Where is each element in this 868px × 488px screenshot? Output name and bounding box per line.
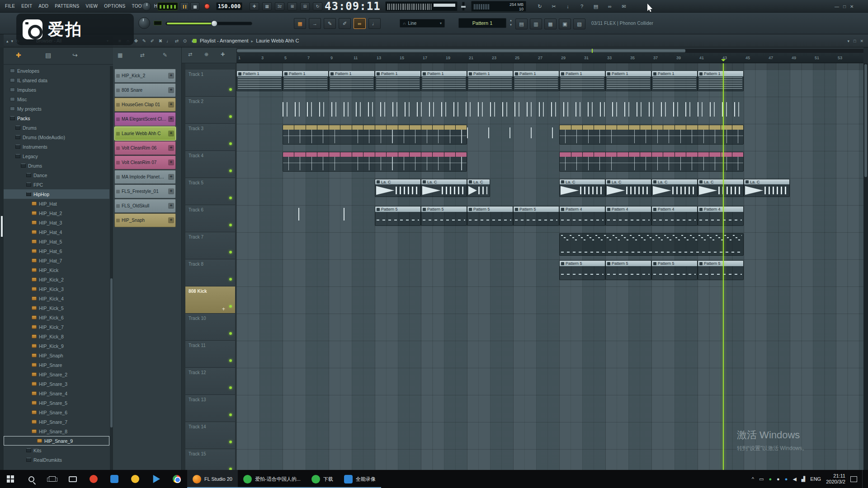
pinned-chrome-app-icon[interactable] bbox=[166, 470, 187, 488]
menu-item-add[interactable]: ADD bbox=[35, 0, 52, 13]
clip-pattern-5[interactable]: Pattern 5 bbox=[698, 260, 744, 280]
tree-item-hip-kick-8[interactable]: HIP_Kick_8 bbox=[4, 332, 109, 341]
metronome-icon[interactable]: ▦ bbox=[262, 2, 272, 10]
playlist-close-icon[interactable]: ✕ bbox=[860, 39, 863, 43]
mute-tool-icon[interactable]: ♩ bbox=[165, 38, 172, 45]
clip-pattern-1[interactable]: Pattern 1 bbox=[375, 70, 421, 91]
tree-item-hip-hat-6[interactable]: HIP_Hat_6 bbox=[4, 246, 109, 256]
playlist-grid[interactable]: Pattern 1Pattern 1Pattern 1Pattern 1Patt… bbox=[236, 63, 863, 470]
tree-item-hip-snare-5[interactable]: HIP_Snare_5 bbox=[4, 398, 109, 408]
tools-icon[interactable]: ✂ bbox=[549, 2, 558, 11]
taskbar-app-[interactable]: 爱拍-适合中国人的... bbox=[238, 470, 306, 488]
tree-item-hip-kick-3[interactable]: HIP_Kick_3 bbox=[4, 284, 109, 294]
track-activity-led[interactable] bbox=[229, 332, 232, 335]
playlist-view-icon[interactable]: ▤ bbox=[515, 19, 528, 29]
pattern-selector[interactable]: Pattern 1 bbox=[458, 18, 506, 28]
collections-icon[interactable]: ▤ bbox=[45, 52, 51, 59]
add-icon[interactable]: ✚ bbox=[16, 52, 21, 59]
clip-pattern-1[interactable]: Pattern 1 bbox=[467, 70, 513, 91]
swap-icon[interactable]: ⇄ bbox=[140, 52, 145, 58]
track-activity-led[interactable] bbox=[229, 224, 232, 226]
pattern-spinner[interactable]: ▴ ▾ bbox=[508, 18, 514, 28]
clip-la-c[interactable]: La. C bbox=[651, 179, 698, 197]
scrollbar-thumb[interactable] bbox=[864, 64, 867, 177]
pencil-tool-icon[interactable]: ✎ bbox=[141, 38, 147, 45]
track-activity-led[interactable] bbox=[229, 169, 232, 172]
tree-item-drums-modeaudio[interactable]: Drums (ModeAudio) bbox=[4, 132, 109, 142]
clip-source-fls-oldskull[interactable]: FLS_OldSkull+ bbox=[114, 199, 176, 213]
clip-cpink[interactable] bbox=[283, 152, 467, 172]
taskbar-app-[interactable]: 下载 bbox=[306, 470, 339, 488]
tree-item-hip-snare-2[interactable]: HIP_Snare_2 bbox=[4, 370, 109, 379]
shuttle-knob[interactable] bbox=[142, 2, 151, 11]
show-desktop-button[interactable] bbox=[862, 470, 864, 488]
clip-notes[interactable] bbox=[559, 233, 744, 256]
tree-item-hip-snare-7[interactable]: HIP_Snare_7 bbox=[4, 417, 109, 427]
tree-item-hip-kick-9[interactable]: HIP_Kick_9 bbox=[4, 341, 109, 351]
link-tool-icon[interactable]: ∞ bbox=[354, 18, 366, 29]
track-header-track-7[interactable]: Track 7 bbox=[185, 232, 235, 259]
close-button[interactable]: ✕ bbox=[850, 4, 854, 9]
add-to-playlist-button[interactable]: + bbox=[168, 73, 174, 79]
pinned-blue-app-icon[interactable] bbox=[104, 470, 125, 488]
grid-icon[interactable]: ▦ bbox=[118, 52, 123, 58]
tree-item-hip-hat-5[interactable]: HIP_Hat_5 bbox=[4, 237, 109, 246]
tree-item-hip-snare-6[interactable]: HIP_Snare_6 bbox=[4, 408, 109, 417]
add-marker-icon[interactable]: ⊕ bbox=[204, 52, 208, 57]
playlist-maximize-icon[interactable]: □ bbox=[854, 39, 856, 43]
clip-ctan[interactable] bbox=[283, 125, 467, 145]
mini-fader[interactable] bbox=[462, 2, 465, 11]
menu-item-view[interactable]: VIEW bbox=[83, 0, 101, 13]
taskbar-clock[interactable]: 21:11 2020/3/2 bbox=[826, 473, 845, 485]
tree-item-hiphop[interactable]: HipHop bbox=[4, 189, 109, 199]
track-activity-led[interactable] bbox=[229, 197, 232, 199]
menu-item-options[interactable]: OPTIONS bbox=[101, 0, 128, 13]
maximize-button[interactable]: □ bbox=[843, 4, 846, 9]
clip-pattern-5[interactable]: Pattern 5 bbox=[421, 206, 467, 226]
tempo-display[interactable]: 150.000 bbox=[216, 2, 242, 10]
clip-la-c[interactable]: La. C bbox=[421, 179, 467, 197]
clip-la-c[interactable]: La. C bbox=[605, 179, 651, 197]
tree-item-fpc[interactable]: FPC bbox=[4, 180, 109, 189]
track-header-track-10[interactable]: Track 10 bbox=[185, 314, 235, 341]
scrollbar-thumb[interactable] bbox=[110, 278, 113, 427]
track-header-track-14[interactable]: Track 14 bbox=[185, 422, 235, 449]
clip-pattern-4[interactable]: Pattern 4 bbox=[698, 206, 744, 226]
stop-button[interactable] bbox=[190, 2, 199, 10]
tree-item-kits[interactable]: Kits bbox=[4, 446, 109, 455]
horizontal-scrollbar[interactable] bbox=[236, 49, 863, 53]
clip-pattern-1[interactable]: Pattern 1 bbox=[513, 70, 559, 91]
menu-item-patterns[interactable]: PATTERNS bbox=[52, 0, 82, 13]
task-view-button[interactable] bbox=[42, 470, 62, 488]
track-header-track-1[interactable]: Track 1 bbox=[185, 70, 235, 97]
edit-icon[interactable]: ✎ bbox=[163, 52, 167, 58]
step-sequencer-icon[interactable]: ▦ bbox=[294, 18, 306, 29]
cloud-status-icon[interactable]: ● bbox=[777, 476, 780, 482]
clip-hit[interactable] bbox=[343, 206, 346, 226]
tree-item-hip-hat-2[interactable]: HIP_Hat_2 bbox=[4, 208, 109, 218]
track-activity-led[interactable] bbox=[229, 441, 232, 443]
search-button[interactable] bbox=[21, 470, 42, 488]
wait-for-input-icon[interactable]: 3z bbox=[275, 2, 284, 10]
track-header-track-12[interactable]: Track 12 bbox=[185, 368, 235, 395]
pinned-monitor-app-icon[interactable] bbox=[62, 470, 83, 488]
add-track-button[interactable]: + bbox=[222, 306, 225, 312]
clip-pattern-1[interactable]: Pattern 1 bbox=[283, 70, 329, 91]
clip-pattern-5[interactable]: Pattern 5 bbox=[559, 260, 605, 280]
tree-item-hip-hat-7[interactable]: HIP_Hat_7 bbox=[4, 256, 109, 265]
tree-item-drums[interactable]: Drums bbox=[4, 161, 109, 170]
clip-cpink[interactable] bbox=[559, 152, 744, 172]
tree-item-hip-snare-4[interactable]: HIP_Snare_4 bbox=[4, 389, 109, 398]
clip-hit[interactable] bbox=[297, 206, 301, 226]
track-header-track-15[interactable]: Track 15 bbox=[185, 449, 235, 470]
download-icon[interactable]: ↓ bbox=[563, 2, 572, 11]
mixer-view-icon[interactable]: ▣ bbox=[559, 19, 571, 29]
tree-item-dance[interactable]: Dance bbox=[4, 170, 109, 180]
clip-pattern-1[interactable]: Pattern 1 bbox=[236, 70, 283, 91]
tree-item-envelopes[interactable]: Envelopes bbox=[4, 66, 109, 75]
clip-sparse[interactable] bbox=[467, 125, 559, 144]
menu-item-file[interactable]: FILE bbox=[2, 0, 18, 13]
menu-item-edit[interactable]: EDIT bbox=[18, 0, 35, 13]
tree-item-drums[interactable]: Drums bbox=[4, 123, 109, 132]
draw-tool-icon[interactable]: ✎ bbox=[324, 18, 336, 29]
